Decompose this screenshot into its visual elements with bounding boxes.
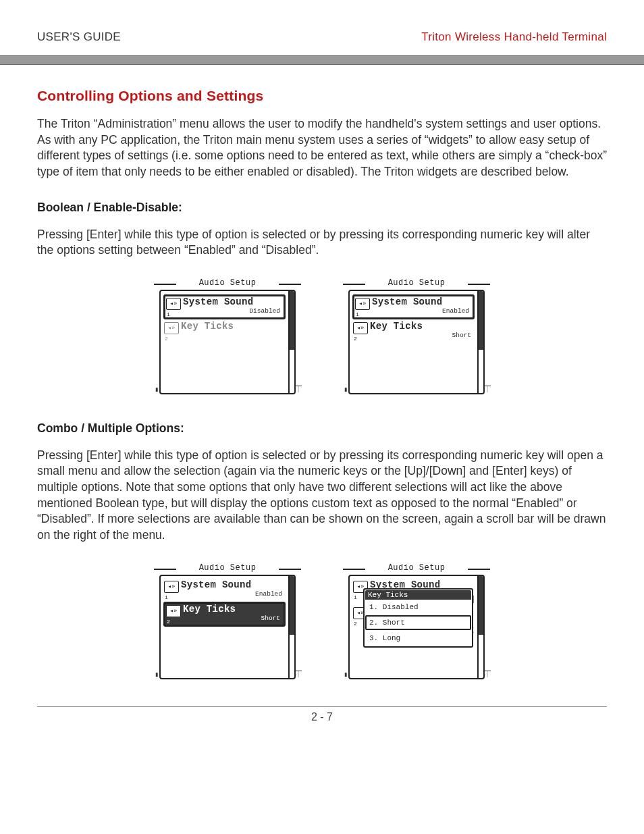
scrollbar: [288, 291, 294, 393]
options-popup: Key Ticks 1. Disabled 2. Short 3. Long: [363, 588, 473, 648]
option-label: Key Ticks: [181, 321, 284, 332]
device-screenshot: Audio Setup ▮ ◂» 1 System Sound Disabled: [154, 279, 301, 394]
scrollbar: [477, 576, 483, 678]
battery-icon: ▮: [344, 386, 348, 394]
section-title: Controlling Options and Settings: [37, 88, 607, 104]
combo-heading: Combo / Multiple Options:: [37, 421, 607, 436]
device-title: Audio Setup: [176, 564, 279, 573]
popup-option: 3. Long: [365, 631, 471, 646]
popup-option: 1. Disabled: [365, 600, 471, 615]
option-index: 2: [354, 336, 357, 342]
intro-paragraph: The Triton “Administration” menu allows …: [37, 116, 607, 180]
signal-icon: ⏉: [295, 386, 302, 394]
header-right: Triton Wireless Hand-held Terminal: [421, 30, 607, 44]
option-value: Short: [370, 332, 473, 339]
battery-icon: ▮: [155, 671, 159, 679]
battery-icon: ▮: [344, 671, 348, 679]
header-left: USER'S GUIDE: [37, 30, 121, 44]
option-system-sound: ◂» 1 System Sound Enabled: [163, 579, 286, 600]
device-title: Audio Setup: [176, 279, 279, 288]
sound-icon: ◂»: [164, 581, 179, 593]
device-screenshot: Audio Setup ▮ ◂» 1 System Sound Enabled: [343, 279, 490, 394]
boolean-heading: Boolean / Enable-Disable:: [37, 201, 607, 215]
option-index: 1: [356, 311, 359, 317]
option-value: Enabled: [372, 307, 471, 315]
boolean-screens-row: Audio Setup ▮ ◂» 1 System Sound Disabled: [37, 279, 607, 394]
device-screenshot: Audio Setup ▮ ◂» 1 System Sound Enabled: [154, 564, 301, 679]
combo-paragraph: Pressing [Enter] while this type of opti…: [37, 448, 607, 544]
option-label: Key Ticks: [370, 321, 473, 332]
signal-icon: ⏉: [295, 671, 302, 679]
sound-icon: ◂»: [164, 322, 179, 334]
battery-icon: ▮: [155, 386, 159, 394]
option-index: 1: [354, 594, 357, 600]
option-index: 1: [165, 594, 168, 600]
combo-screens-row: Audio Setup ▮ ◂» 1 System Sound Enabled: [37, 564, 607, 679]
option-label: System Sound: [181, 580, 284, 590]
device-title: Audio Setup: [365, 564, 468, 573]
device-title: Audio Setup: [365, 279, 468, 288]
sound-icon: ◂»: [166, 605, 181, 617]
option-label: System Sound: [372, 297, 471, 307]
option-label: Key Ticks: [183, 604, 282, 615]
popup-title: Key Ticks: [365, 590, 471, 600]
option-value: Enabled: [181, 590, 284, 598]
sound-icon: ◂»: [355, 298, 370, 310]
option-index: 2: [354, 621, 357, 627]
option-key-ticks: ◂» 2 Key Ticks: [163, 321, 286, 342]
option-label: System Sound: [183, 297, 282, 307]
sound-icon: ◂»: [166, 298, 181, 310]
scrollbar: [288, 576, 294, 678]
option-value: Short: [183, 615, 282, 622]
signal-icon: ⏉: [484, 386, 491, 394]
sound-icon: ◂»: [353, 322, 368, 334]
option-key-ticks-selected: ◂» 2 Key Ticks Short: [163, 602, 286, 627]
page-number: 2 - 7: [37, 706, 607, 723]
option-system-sound: ◂» 1 System Sound Enabled: [352, 294, 475, 319]
option-value: Disabled: [183, 307, 282, 315]
option-index: 2: [165, 336, 168, 342]
option-key-ticks: ◂» 2 Key Ticks Short: [352, 321, 475, 342]
option-system-sound: ◂» 1 System Sound Disabled: [163, 294, 286, 319]
page-header: USER'S GUIDE Triton Wireless Hand-held T…: [37, 30, 607, 44]
signal-icon: ⏉: [484, 671, 491, 679]
header-divider: [0, 55, 644, 65]
device-screenshot: Audio Setup ▮ ◂» 1 System Sound: [343, 564, 490, 679]
boolean-paragraph: Pressing [Enter] while this type of opti…: [37, 227, 607, 259]
option-index: 1: [167, 311, 170, 317]
popup-option-selected: 2. Short: [365, 615, 471, 630]
option-index: 2: [167, 619, 170, 625]
scrollbar: [477, 291, 483, 393]
